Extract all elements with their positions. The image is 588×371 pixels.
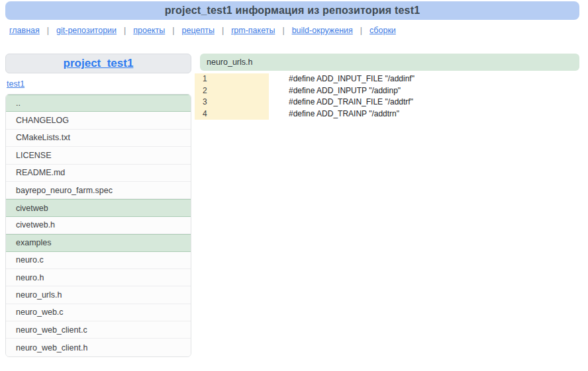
- project-title-link[interactable]: project_test1: [64, 57, 134, 70]
- file-list-item[interactable]: civetweb: [6, 199, 191, 216]
- repo-sidebar: project_test1 test1 .. CHANGELOG CMakeLi…: [5, 54, 191, 357]
- nav-separator: |: [172, 26, 174, 35]
- file-list-item[interactable]: CMakeLists.txt: [6, 130, 191, 147]
- file-name: README.md: [16, 168, 65, 177]
- file-name: examples: [16, 238, 52, 247]
- nav-separator: |: [47, 26, 49, 35]
- file-viewer: neuro_urls.h 1 #define ADD_INPUT_FILE "/…: [195, 54, 579, 120]
- content-area: project_test1 test1 .. CHANGELOG CMakeLi…: [0, 54, 588, 357]
- file-list-item[interactable]: neuro_web_client.c: [6, 321, 191, 339]
- file-list-item[interactable]: neuro.h: [6, 269, 191, 286]
- file-name: civetweb: [16, 204, 48, 213]
- nav-link[interactable]: git-репозитории: [56, 26, 117, 35]
- code-line-row: 3 #define ADD_TRAIN_FILE "/addtrf": [195, 97, 579, 108]
- file-list-item[interactable]: LICENSE: [6, 147, 191, 164]
- code-line: #define ADD_INPUT_FILE "/addinf": [269, 73, 579, 85]
- page-title: project_test1 информация из репозитория …: [165, 5, 420, 17]
- code-line-row: 4 #define ADD_TRAINP "/addtrn": [195, 108, 579, 120]
- file-list-item[interactable]: neuro_urls.h: [6, 286, 191, 304]
- main-nav: главная | git-репозитории | проекты | ре…: [9, 25, 588, 36]
- nav-separator: |: [360, 26, 362, 35]
- file-name: neuro_urls.h: [16, 290, 62, 300]
- nav-link[interactable]: сборки: [369, 26, 396, 35]
- file-list-item[interactable]: examples: [6, 234, 191, 251]
- code-view: 1 #define ADD_INPUT_FILE "/addinf" 2 #de…: [195, 73, 579, 120]
- line-number: 2: [195, 85, 269, 97]
- file-name: neuro.h: [16, 273, 44, 282]
- project-title-box: project_test1: [5, 54, 191, 73]
- page-title-bar: project_test1 информация из репозитория …: [5, 1, 579, 20]
- file-name: LICENSE: [16, 151, 52, 160]
- file-list-item[interactable]: README.md: [6, 165, 191, 182]
- code-line-row: 1 #define ADD_INPUT_FILE "/addinf": [195, 73, 579, 85]
- file-name-header: neuro_urls.h: [200, 54, 579, 71]
- line-number: 1: [195, 73, 269, 85]
- code-line: #define ADD_INPUTP "/addinp": [269, 85, 579, 97]
- file-name: neuro_web_client.c: [16, 325, 87, 335]
- file-list-item[interactable]: CHANGELOG: [6, 112, 191, 129]
- branch-link[interactable]: test1: [7, 79, 24, 89]
- file-name: bayrepo_neuro_farm.spec: [16, 186, 113, 195]
- nav-separator: |: [124, 26, 126, 35]
- nav-separator: |: [222, 26, 224, 35]
- line-number: 3: [195, 97, 269, 108]
- file-name: CHANGELOG: [16, 116, 69, 125]
- file-list-item[interactable]: neuro_web.c: [6, 304, 191, 321]
- file-list-item[interactable]: neuro.c: [6, 252, 191, 269]
- nav-link[interactable]: build-окружения: [292, 26, 353, 35]
- nav-link[interactable]: главная: [9, 26, 40, 35]
- file-name: ..: [16, 99, 21, 108]
- file-name: civetweb.h: [16, 220, 55, 229]
- file-list-item[interactable]: civetweb.h: [6, 217, 191, 234]
- file-list-item[interactable]: ..: [6, 95, 191, 112]
- nav-link[interactable]: проекты: [133, 26, 165, 35]
- file-list-item[interactable]: neuro_web_client.h: [6, 339, 191, 356]
- file-name: neuro_web_client.h: [16, 343, 87, 352]
- file-list: .. CHANGELOG CMakeLists.txt LICENSE READ…: [5, 94, 191, 357]
- code-line: #define ADD_TRAINP "/addtrn": [269, 108, 579, 120]
- line-number: 4: [195, 108, 269, 120]
- file-name: neuro_web.c: [16, 308, 64, 317]
- nav-separator: |: [282, 26, 284, 35]
- file-name: CMakeLists.txt: [16, 133, 70, 142]
- nav-link[interactable]: рецепты: [182, 26, 215, 35]
- code-line: #define ADD_TRAIN_FILE "/addtrf": [269, 97, 579, 108]
- nav-link[interactable]: rpm-пакеты: [231, 26, 275, 35]
- file-list-item[interactable]: bayrepo_neuro_farm.spec: [6, 182, 191, 199]
- file-name-label: neuro_urls.h: [207, 58, 253, 67]
- file-name: neuro.c: [16, 255, 44, 265]
- code-line-row: 2 #define ADD_INPUTP "/addinp": [195, 85, 579, 97]
